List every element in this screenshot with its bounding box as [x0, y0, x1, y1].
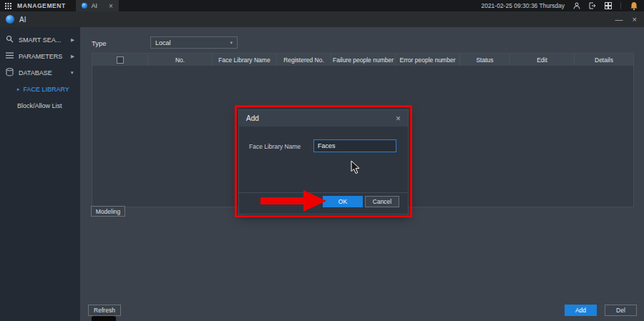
taskbar-peek — [92, 316, 116, 321]
chevron-right-icon: ▸ — [17, 87, 20, 92]
column-header-status: Status — [460, 54, 510, 66]
database-icon — [6, 68, 14, 78]
taskbar-right-cluster: 2021-02-25 09:30:36 Thursday — [481, 1, 644, 11]
column-header-face-library-name: Face Library Name — [213, 54, 277, 66]
sidebar-item-database[interactable]: DATABASE ▼ — [0, 64, 80, 81]
dialog-footer-divider — [239, 192, 408, 193]
column-header-edit: Edit — [510, 54, 575, 66]
table-header-row: No. Face Library Name Registered No. Fai… — [92, 54, 633, 66]
chevron-down-icon: ▼ — [70, 70, 74, 75]
sidebar-item-label: PARAMETERS — [19, 53, 62, 60]
type-dropdown[interactable]: Local ▾ — [150, 36, 238, 49]
alarm-icon[interactable] — [630, 1, 638, 11]
smart-search-icon — [6, 35, 14, 44]
sidebar-subitem-label: FACE LIBRARY — [24, 86, 69, 93]
add-button[interactable]: Add — [565, 305, 597, 316]
window-title: AI — [19, 16, 26, 24]
column-header-details: Details — [575, 54, 633, 66]
modules-grid-icon[interactable] — [605, 2, 612, 9]
management-brand-label: MANAGEMENT — [17, 2, 66, 9]
ai-window-icon — [6, 15, 14, 24]
column-header-registered-no: Registered No. — [277, 54, 331, 66]
del-button[interactable]: Del — [605, 305, 637, 316]
minimize-icon[interactable]: — — [615, 15, 623, 24]
logout-icon[interactable] — [589, 2, 596, 9]
column-header-error-people-number: Error people number — [396, 54, 460, 66]
column-header-failure-people-number: Failure people number — [331, 54, 396, 66]
parameters-list-icon — [6, 51, 14, 61]
add-dialog-body: Face Library Name OK Cancel — [239, 127, 408, 214]
window-controls: — × — [615, 15, 644, 24]
face-library-name-label: Face Library Name — [249, 143, 301, 150]
sidebar-item-parameters[interactable]: PARAMETERS ▶ — [0, 48, 80, 64]
ok-button[interactable]: OK — [323, 196, 363, 207]
sidebar: SMART SEA... ▶ PARAMETERS ▶ DATABASE ▼ ▸… — [0, 27, 80, 321]
taskbar-divider — [620, 2, 621, 9]
dropdown-arrow-icon: ▾ — [230, 40, 233, 46]
chevron-right-icon: ▶ — [71, 37, 74, 43]
taskbar-tab-label: AI — [92, 2, 97, 9]
type-label: Type — [92, 39, 107, 47]
refresh-button[interactable]: Refresh — [88, 305, 121, 316]
sidebar-subitem-block-allow-list[interactable]: Block/Allow List — [0, 97, 80, 114]
sidebar-item-smart-search[interactable]: SMART SEA... ▶ — [0, 31, 80, 48]
top-taskbar: MANAGEMENT AI × 2021-02-25 09:30:36 Thur… — [0, 0, 644, 11]
dialog-close-icon[interactable]: × — [396, 114, 401, 124]
type-dropdown-value: Local — [155, 39, 171, 46]
add-dialog: Add × Face Library Name OK Cancel — [238, 109, 409, 214]
datetime-display: 2021-02-25 09:30:36 Thursday — [481, 2, 565, 9]
window-title-bar: AI — × — [0, 11, 644, 27]
modeling-button[interactable]: Modeling — [91, 206, 125, 217]
app-launcher-grid-icon[interactable] — [5, 3, 11, 9]
user-icon[interactable] — [573, 2, 580, 9]
taskbar-tab-ai[interactable]: AI × — [76, 0, 119, 11]
add-dialog-title: Add — [246, 114, 259, 122]
ai-app-icon — [82, 3, 87, 9]
select-all-cell — [92, 54, 148, 66]
select-all-checkbox[interactable] — [117, 56, 124, 64]
sidebar-item-label: SMART SEA... — [19, 36, 61, 44]
column-header-no: No. — [148, 54, 213, 66]
sidebar-item-label: DATABASE — [19, 69, 52, 76]
sidebar-subitem-face-library[interactable]: ▸ FACE LIBRARY — [0, 81, 80, 97]
tab-close-icon[interactable]: × — [109, 2, 113, 10]
chevron-right-icon: ▶ — [71, 54, 74, 59]
close-icon[interactable]: × — [633, 15, 637, 24]
cancel-button[interactable]: Cancel — [365, 196, 399, 207]
face-library-name-input[interactable] — [313, 139, 396, 152]
add-dialog-title-bar: Add × — [239, 110, 408, 127]
sidebar-subitem-label: Block/Allow List — [17, 102, 62, 109]
